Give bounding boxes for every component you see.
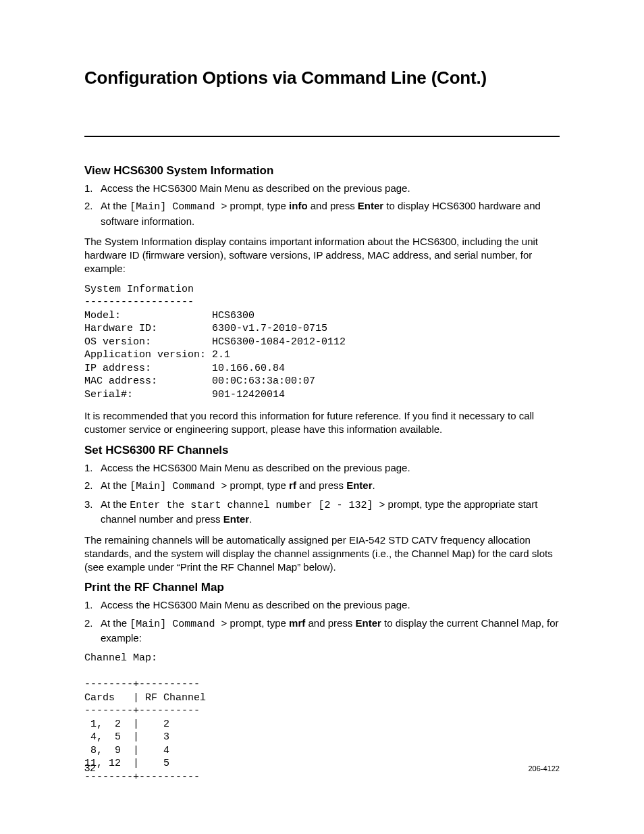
steps-list: Access the HCS6300 Main Menu as describe… <box>84 598 560 645</box>
inline-command: info <box>289 200 308 211</box>
step-item: At the Enter the start channel number [2… <box>84 498 560 527</box>
section-heading-set-rf-channels: Set HCS6300 RF Channels <box>84 444 560 457</box>
document-number: 206-4122 <box>529 764 560 773</box>
inline-command: mrf <box>289 617 305 629</box>
section-heading-print-rf-map: Print the RF Channel Map <box>84 581 560 594</box>
inline-key: Enter <box>223 513 249 525</box>
step-item: At the [Main] Command > prompt, type mrf… <box>84 617 560 646</box>
steps-list: Access the HCS6300 Main Menu as describe… <box>84 461 560 527</box>
step-text: prompt, type <box>227 617 289 629</box>
inline-command: rf <box>289 479 296 491</box>
step-item: At the [Main] Command > prompt, type rf … <box>84 479 560 494</box>
step-text: At the <box>101 617 130 629</box>
horizontal-rule <box>84 136 560 137</box>
inline-key: Enter <box>356 617 381 629</box>
step-item: At the [Main] Command > prompt, type inf… <box>84 199 560 228</box>
step-text: . <box>249 513 252 525</box>
step-item: Access the HCS6300 Main Menu as describe… <box>84 182 560 195</box>
inline-key: Enter <box>346 479 372 491</box>
step-text: prompt, type <box>227 479 289 491</box>
body-paragraph: The System Information display contains … <box>84 235 560 276</box>
inline-prompt: [Main] Command > <box>130 201 227 213</box>
page-title: Configuration Options via Command Line (… <box>84 68 560 88</box>
document-page: Configuration Options via Command Line (… <box>0 0 644 834</box>
page-number: 32 <box>84 762 96 773</box>
step-text: At the <box>101 479 130 491</box>
system-info-output: System Information ------------------ Mo… <box>84 283 560 402</box>
section-heading-view-system-info: View HCS6300 System Information <box>84 164 560 178</box>
step-text: At the <box>101 498 130 510</box>
step-text: . <box>373 479 375 491</box>
steps-list: Access the HCS6300 Main Menu as describe… <box>84 182 560 228</box>
inline-key: Enter <box>358 200 383 211</box>
step-text: At the <box>101 200 130 211</box>
body-paragraph: The remaining channels will be automatic… <box>84 533 560 575</box>
body-paragraph: It is recommended that you record this i… <box>84 409 560 437</box>
step-text: prompt, type <box>227 200 289 211</box>
inline-prompt: [Main] Command > <box>130 619 227 630</box>
step-item: Access the HCS6300 Main Menu as describe… <box>84 598 560 612</box>
step-text: and press <box>305 617 355 629</box>
step-text: and press <box>308 200 358 211</box>
step-text: and press <box>296 479 346 491</box>
step-item: Access the HCS6300 Main Menu as describe… <box>84 461 560 475</box>
inline-prompt: [Main] Command > <box>130 481 227 492</box>
page-footer: 32 206-4122 <box>84 762 560 773</box>
inline-prompt: Enter the start channel number [2 - 132]… <box>130 500 385 511</box>
